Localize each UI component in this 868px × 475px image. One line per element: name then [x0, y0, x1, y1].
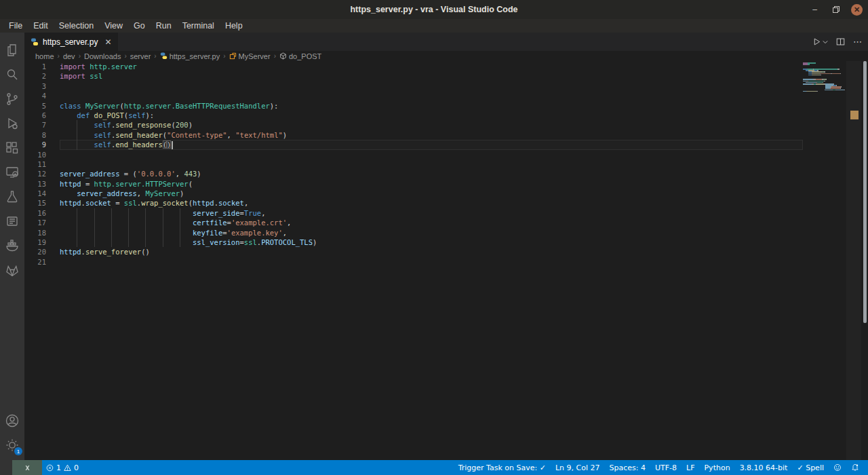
- minimize-icon[interactable]: –: [809, 4, 821, 16]
- menu-item-help[interactable]: Help: [220, 20, 248, 32]
- code-line-3[interactable]: 3: [24, 81, 803, 91]
- line-number[interactable]: 5: [24, 101, 60, 111]
- containers-icon[interactable]: [0, 209, 24, 233]
- settings-gear-icon[interactable]: 1: [0, 433, 24, 457]
- line-number[interactable]: 11: [24, 159, 60, 169]
- code-line-6[interactable]: 6 def do_POST(self):: [24, 111, 803, 120]
- gitlab-icon[interactable]: [0, 258, 24, 282]
- line-number[interactable]: 18: [24, 228, 60, 238]
- line-number[interactable]: 3: [24, 81, 60, 91]
- code-line-20[interactable]: 20httpd.serve_forever(): [24, 247, 803, 256]
- run-button[interactable]: [812, 37, 828, 46]
- status-interpreter[interactable]: 3.8.10 64-bit: [735, 460, 793, 475]
- line-number[interactable]: 20: [24, 247, 60, 256]
- code-line-14[interactable]: 14 server_address, MyServer): [24, 189, 803, 198]
- testing-icon[interactable]: [0, 185, 24, 209]
- restore-icon[interactable]: [830, 4, 842, 16]
- notifications-bell-icon[interactable]: [846, 460, 864, 475]
- tab-close-icon[interactable]: ✕: [104, 37, 111, 47]
- indent-guide: [163, 218, 163, 227]
- line-number[interactable]: 17: [24, 218, 60, 227]
- code-editor[interactable]: 1import http.server2import ssl345class M…: [24, 61, 868, 460]
- split-editor-icon[interactable]: [836, 37, 845, 46]
- docker-icon[interactable]: [0, 233, 24, 258]
- breadcrumb-item-https_server.py[interactable]: https_server.py: [160, 52, 220, 60]
- more-actions-icon[interactable]: ⋯: [853, 37, 863, 47]
- close-icon[interactable]: ✕: [851, 4, 863, 16]
- code-line-5[interactable]: 5class MyServer(http.server.BaseHTTPRequ…: [24, 101, 803, 111]
- line-number[interactable]: 21: [24, 257, 60, 267]
- line-number[interactable]: 12: [24, 169, 60, 178]
- line-number[interactable]: 10: [24, 150, 60, 159]
- status-language[interactable]: Python: [699, 460, 734, 475]
- line-number[interactable]: 9: [24, 140, 60, 149]
- breadcrumb-item-server[interactable]: server: [130, 52, 151, 60]
- code-line-21[interactable]: 21: [24, 257, 803, 267]
- line-number[interactable]: 7: [24, 120, 60, 130]
- line-number[interactable]: 8: [24, 130, 60, 140]
- code-line-15[interactable]: 15httpd.socket = ssl.wrap_socket(httpd.s…: [24, 198, 803, 208]
- menu-item-run[interactable]: Run: [151, 20, 177, 32]
- run-debug-icon[interactable]: [0, 111, 24, 136]
- line-number[interactable]: 2: [24, 71, 60, 81]
- overview-ruler[interactable]: [846, 61, 861, 460]
- line-number[interactable]: 13: [24, 179, 60, 189]
- status-bar: 1 0 Trigger Task on Save: ✓ Ln 9, Col 27…: [0, 460, 868, 475]
- line-number[interactable]: 14: [24, 189, 60, 198]
- code-line-7[interactable]: 7 self.send_response(200): [24, 120, 803, 130]
- search-icon[interactable]: [0, 62, 24, 87]
- breadcrumb-item-myserver[interactable]: MyServer: [229, 52, 271, 60]
- menu-item-edit[interactable]: Edit: [28, 20, 54, 32]
- line-content: keyfile='example.key',: [60, 228, 803, 238]
- line-number[interactable]: 16: [24, 208, 60, 218]
- status-trigger-task[interactable]: Trigger Task on Save: ✓: [454, 460, 551, 475]
- breadcrumb-item-home[interactable]: home: [35, 52, 54, 60]
- minimap[interactable]: [803, 61, 845, 94]
- status-spell[interactable]: ✓ Spell: [792, 460, 829, 475]
- indent-guide: [163, 208, 163, 218]
- code-line-13[interactable]: 13httpd = http.server.HTTPServer(: [24, 179, 803, 189]
- line-number[interactable]: 4: [24, 91, 60, 100]
- line-number[interactable]: 1: [24, 62, 60, 71]
- explorer-icon[interactable]: [0, 38, 24, 62]
- code-line-2[interactable]: 2import ssl: [24, 71, 803, 81]
- code-line-11[interactable]: 11: [24, 159, 803, 169]
- menu-item-selection[interactable]: Selection: [54, 20, 99, 32]
- status-indentation[interactable]: Spaces: 4: [604, 460, 650, 475]
- line-number[interactable]: 19: [24, 238, 60, 247]
- breadcrumb-item-dev[interactable]: dev: [63, 52, 75, 60]
- code-line-16[interactable]: 16 server_side=True,: [24, 208, 803, 218]
- source-control-icon[interactable]: [0, 87, 24, 111]
- code-line-18[interactable]: 18 keyfile='example.key',: [24, 228, 803, 238]
- indent-guide: [145, 208, 146, 218]
- status-cursor-position[interactable]: Ln 9, Col 27: [551, 460, 605, 475]
- status-eol[interactable]: LF: [682, 460, 699, 475]
- menu-item-view[interactable]: View: [99, 20, 128, 32]
- code-line-19[interactable]: 19 ssl_version=ssl.PROTOCOL_TLS): [24, 238, 803, 247]
- status-encoding[interactable]: UTF-8: [650, 460, 682, 475]
- remote-explorer-icon[interactable]: [0, 160, 24, 185]
- indent-guide: [111, 208, 112, 218]
- code-line-10[interactable]: 10: [24, 150, 803, 159]
- code-line-1[interactable]: 1import http.server: [24, 62, 803, 71]
- line-number[interactable]: 15: [24, 198, 60, 208]
- remote-window-button[interactable]: [12, 460, 42, 475]
- feedback-smiley-icon[interactable]: [829, 460, 846, 475]
- code-line-8[interactable]: 8 self.send_header("Content-type", "text…: [24, 130, 803, 140]
- accounts-icon[interactable]: [0, 408, 24, 433]
- scrollbar[interactable]: [863, 61, 867, 323]
- extensions-icon[interactable]: [0, 136, 24, 160]
- code-line-12[interactable]: 12server_address = ('0.0.0.0', 443): [24, 169, 803, 178]
- code-line-9[interactable]: 9 self.end_headers(): [24, 140, 803, 149]
- code-line-17[interactable]: 17 certfile='example.crt',: [24, 218, 803, 227]
- menu-item-go[interactable]: Go: [128, 20, 151, 32]
- code-line-4[interactable]: 4: [24, 91, 803, 100]
- tab-https-server-py[interactable]: https_server.py ✕: [24, 33, 118, 51]
- breadcrumb-item-downloads[interactable]: Downloads: [84, 52, 121, 60]
- menu-item-terminal[interactable]: Terminal: [177, 20, 220, 32]
- problems-button[interactable]: 1 0: [42, 460, 83, 475]
- breadcrumb: home›dev›Downloads›server›https_server.p…: [24, 51, 868, 61]
- menu-item-file[interactable]: File: [3, 20, 28, 32]
- breadcrumb-item-do_post[interactable]: do_POST: [279, 52, 321, 60]
- line-number[interactable]: 6: [24, 111, 60, 120]
